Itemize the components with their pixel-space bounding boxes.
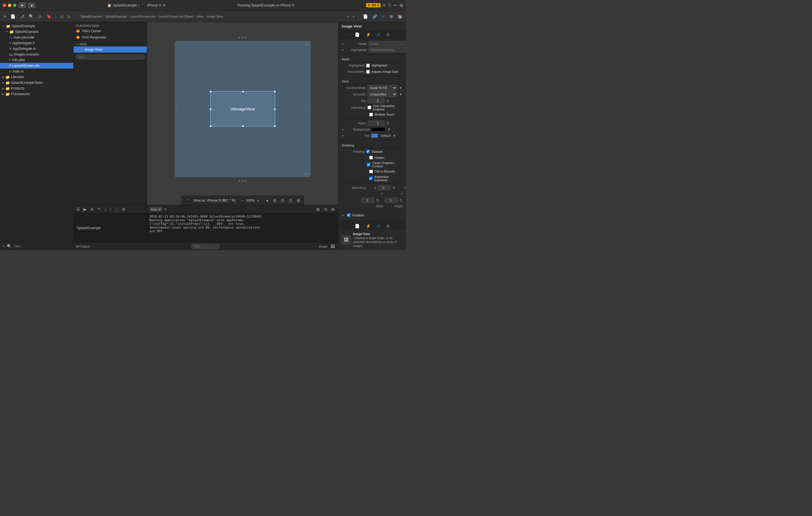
- inspector-bottom-tab-4[interactable]: ⊞: [385, 223, 392, 229]
- bg-plus[interactable]: +: [342, 127, 344, 132]
- installed-plus[interactable]: +: [342, 213, 344, 217]
- console-image-btn[interactable]: 🖼: [329, 244, 336, 249]
- console-step-over[interactable]: ↷: [96, 207, 102, 212]
- inspector-bottom-tab-3[interactable]: ⊙: [375, 223, 382, 229]
- nav-images-xcassets[interactable]: 🗂 Images.xcassets: [0, 52, 73, 57]
- image-view-box[interactable]: UIImageView: [210, 91, 275, 127]
- nav-appdelegate-h[interactable]: H AppDelegate.h: [0, 40, 73, 46]
- canvas-btn-5[interactable]: ⊠: [296, 198, 301, 203]
- nav-launchscreen-xib[interactable]: X LaunchScreen.xib: [0, 63, 73, 69]
- nav-frameworks[interactable]: ▶ 📁 Frameworks: [0, 91, 73, 97]
- inspector-tab-identity[interactable]: ⊙: [375, 31, 382, 38]
- stretch-h-input[interactable]: [385, 198, 398, 203]
- inspector-3[interactable]: ⊙: [380, 13, 386, 20]
- stretch-x-input[interactable]: [378, 185, 390, 190]
- share-icon[interactable]: ⇧: [387, 3, 391, 8]
- handle-tl[interactable]: [210, 91, 212, 92]
- console-step-up[interactable]: ↑: [108, 207, 113, 212]
- accessibility-checkbox[interactable]: [366, 70, 370, 74]
- background-dropdown[interactable]: ▼: [387, 127, 391, 132]
- canvas-btn-3[interactable]: ⊟: [280, 198, 286, 203]
- maximize-button[interactable]: [13, 4, 17, 7]
- clip-bounds-checkbox[interactable]: [369, 170, 373, 173]
- canvas-btn-2[interactable]: ⊞: [272, 198, 278, 203]
- background-color-swatch[interactable]: [371, 127, 385, 132]
- console-simulate-btn[interactable]: ⬚: [114, 207, 120, 212]
- inspector-4[interactable]: ⊞: [388, 13, 395, 20]
- warning-badge[interactable]: ⚠ 161 2: [366, 3, 380, 7]
- files-owner-item[interactable]: 🔶 File's Owner: [74, 28, 147, 34]
- inspector-image-plus[interactable]: +: [342, 42, 344, 46]
- console-step-into[interactable]: ↓: [103, 207, 107, 212]
- panel-icons[interactable]: ⊞: [400, 3, 403, 8]
- tag-stepper[interactable]: ⇅: [386, 99, 389, 103]
- nav-info-plist[interactable]: P Info.plist: [0, 57, 73, 63]
- installed-checkbox[interactable]: [347, 213, 351, 217]
- breadcrumb-splashexample[interactable]: SplashExample: [80, 15, 102, 18]
- image-input[interactable]: [368, 41, 406, 46]
- all-output-label[interactable]: All Output ↑: [76, 245, 92, 248]
- highlighted-input[interactable]: [368, 47, 406, 52]
- semantic-select[interactable]: Unspecified: [368, 91, 397, 97]
- zoom-out-btn[interactable]: −: [240, 198, 245, 203]
- nav-libraries[interactable]: ▶ 📁 Libraries: [0, 74, 73, 80]
- breadcrumb-view[interactable]: View: [197, 15, 203, 18]
- handle-br[interactable]: [274, 125, 276, 127]
- inspector-1[interactable]: 📄: [361, 13, 369, 20]
- stretch-h-stepper[interactable]: ⇅: [399, 198, 403, 202]
- nav-splashexampletests[interactable]: ▶ 📁 SplashExampleTests: [0, 80, 73, 85]
- image-view-tree-item[interactable]: □ Image View: [74, 47, 147, 53]
- hidden-checkbox[interactable]: [369, 156, 373, 159]
- handle-tr[interactable]: [274, 91, 276, 92]
- breadcrumb-imageview[interactable]: Image View: [207, 15, 223, 18]
- show-hide-navigator[interactable]: ≡: [2, 13, 7, 20]
- canvas-btn-4[interactable]: ⊡: [288, 198, 293, 203]
- inspector-bottom-tab-2[interactable]: ⚡: [364, 223, 372, 229]
- inspector-2[interactable]: 🔗: [371, 13, 379, 20]
- handle-bc[interactable]: [242, 125, 244, 127]
- nav-splashexample-group[interactable]: ▼ 📁 SplashExample: [0, 29, 73, 34]
- handle-bl[interactable]: [210, 125, 212, 127]
- forward-nav[interactable]: ▷: [66, 13, 72, 20]
- console-split-1[interactable]: ⊟: [323, 207, 328, 212]
- prev-result[interactable]: ‹: [346, 13, 350, 20]
- breadcrumb-launchscreen[interactable]: LaunchScreen.xib: [130, 15, 155, 18]
- canvas-device-btn[interactable]: 📱: [184, 198, 191, 203]
- git-status[interactable]: ⎇: [19, 13, 26, 20]
- clears-graphics-checkbox[interactable]: [367, 163, 370, 166]
- run-button[interactable]: ▶: [19, 3, 26, 8]
- tint-dropdown[interactable]: ▼: [393, 133, 396, 138]
- opaque-checkbox[interactable]: [366, 150, 370, 153]
- new-file[interactable]: 📄: [9, 13, 17, 20]
- inspector-tab-size[interactable]: ⊞: [385, 31, 392, 38]
- first-responder-item[interactable]: 🔶 First Responder: [74, 34, 147, 40]
- inspector-highlighted-plus[interactable]: +: [342, 48, 344, 52]
- warning-icon[interactable]: ⚠: [37, 13, 43, 20]
- minimize-button[interactable]: [8, 4, 11, 7]
- alpha-input[interactable]: [368, 120, 384, 126]
- sidebar-toggle-icon[interactable]: ≡: [383, 3, 385, 8]
- tag-input[interactable]: [368, 98, 384, 103]
- ib-filter-input[interactable]: [75, 54, 145, 59]
- tint-plus[interactable]: +: [342, 133, 344, 138]
- autoresize-checkbox[interactable]: [369, 176, 373, 180]
- user-interaction-checkbox[interactable]: [368, 106, 371, 109]
- handle-mr[interactable]: [274, 108, 276, 110]
- alpha-stepper[interactable]: ⇅: [386, 121, 389, 126]
- breadcrumb-base[interactable]: LaunchScreen.xib (Base): [158, 15, 194, 18]
- next-result[interactable]: ›: [351, 13, 356, 20]
- handle-ml[interactable]: [210, 108, 212, 110]
- zoom-in-btn[interactable]: +: [256, 198, 260, 203]
- back-icon[interactable]: ↩: [394, 3, 397, 8]
- nav-filter-button[interactable]: 🔍: [7, 244, 11, 248]
- handle-tc[interactable]: [242, 91, 244, 92]
- tint-color-swatch[interactable]: [371, 134, 378, 138]
- stretch-x-stepper[interactable]: ⇅: [392, 186, 396, 190]
- semantic-dropdown[interactable]: ▼: [399, 92, 403, 97]
- console-debug-btn[interactable]: ⚙: [121, 207, 127, 212]
- nav-products[interactable]: ▶ 📁 Products: [0, 85, 73, 91]
- content-mode-select[interactable]: Scale To Fill: [368, 85, 397, 91]
- state-highlighted-checkbox[interactable]: [366, 64, 370, 67]
- nav-main-jsbundle[interactable]: JS main.jsbundle: [0, 34, 73, 40]
- inspector-tab-quick[interactable]: ⚡: [364, 31, 372, 38]
